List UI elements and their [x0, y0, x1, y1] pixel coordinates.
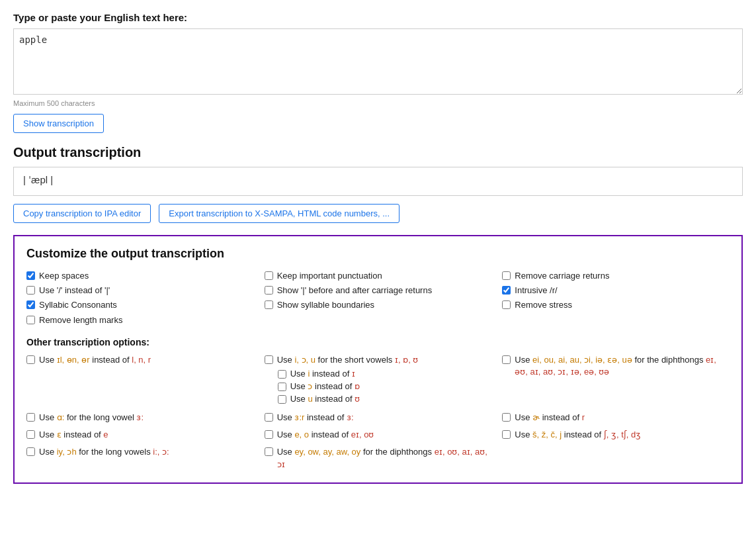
options-col2: Keep important punctuation Show '|' befo…	[265, 269, 492, 328]
main-options-grid: Keep spaces Use '/' instead of '|' Sylla…	[26, 269, 730, 328]
use-e-o-checkbox[interactable]	[265, 430, 273, 439]
input-label: Type or paste your English text here:	[13, 12, 743, 23]
use-schwa-r2-label: Use ɚ instead of r	[515, 412, 585, 424]
option-keep-spaces: Keep spaces	[26, 269, 254, 283]
option-intrusive-r: Intrusive /r/	[502, 283, 730, 298]
option-remove-length: Remove length marks	[26, 313, 254, 328]
options-col3: Remove carriage returns Intrusive /r/ Re…	[502, 269, 730, 328]
use-u-label: Use u instead of ʊ	[290, 394, 360, 404]
output-section: Output transcription | ˈæpl | Copy trans…	[13, 145, 743, 223]
option-use-3r: Use ɜ:r instead of ɜ:	[265, 410, 492, 425]
customize-section: Customize the output transcription Keep …	[13, 235, 743, 484]
option-use-s-z: Use š, ž, č, j instead of ʃ, ʒ, tʃ, dʒ	[502, 428, 730, 442]
customize-title: Customize the output transcription	[26, 247, 730, 261]
show-pipe-label: Show '|' before and after carriage retur…	[277, 285, 433, 297]
keep-punct-checkbox[interactable]	[265, 271, 273, 280]
use-o-label: Use ɔ instead of ɒ	[290, 381, 360, 391]
option-syllabic: Syllabic Consonants	[26, 298, 254, 312]
other-row2-col3: Use ɚ instead of r	[502, 410, 730, 425]
use-3r-label: Use ɜ:r instead of ɜ:	[277, 412, 354, 424]
option-show-pipe: Show '|' before and after carriage retur…	[265, 283, 492, 298]
use-epsilon-checkbox[interactable]	[26, 430, 35, 439]
option-show-syllable: Show syllable boundaries	[265, 298, 492, 312]
use-iy-checkbox[interactable]	[26, 447, 35, 456]
use-o-checkbox[interactable]	[278, 383, 286, 391]
use-ei-ou-label: Use ei, ou, ai, au, ɔi, iə, ɛə, uə for t…	[515, 354, 730, 378]
other-row4-col2: Use ey, ow, ay, aw, oy for the diphthong…	[265, 445, 492, 471]
keep-spaces-checkbox[interactable]	[26, 271, 35, 280]
option-use-slash: Use '/' instead of '|'	[26, 283, 254, 298]
use-s-z-checkbox[interactable]	[502, 430, 511, 439]
use-e-o-label: Use e, o instead of eɪ, oʊ	[277, 429, 374, 441]
sub-option-use-i: Use i instead of ɪ	[278, 367, 492, 380]
use-schwa-l-checkbox[interactable]	[26, 355, 35, 364]
use-u-checkbox[interactable]	[278, 395, 286, 404]
sub-options-iou: Use i instead of ɪ Use ɔ instead of ɒ Us…	[265, 367, 492, 405]
remove-stress-label: Remove stress	[515, 299, 572, 311]
remove-length-checkbox[interactable]	[26, 316, 35, 324]
other-options-title: Other transcription options:	[26, 337, 730, 347]
max-chars-label: Maximum 500 characters	[13, 99, 743, 107]
other-row3-col1: Use ɛ instead of e	[26, 428, 254, 442]
use-ei-ou-checkbox[interactable]	[502, 355, 511, 364]
use-i-checkbox[interactable]	[278, 370, 286, 379]
other-options-row2: Use ɑ: for the long vowel ɜ: Use ɜ:r ins…	[26, 410, 730, 425]
use-epsilon-label: Use ɛ instead of e	[39, 429, 108, 441]
option-use-iy: Use iy, ɔh for the long vowels i:, ɔ:	[26, 445, 254, 459]
transcription-output: | ˈæpl |	[13, 167, 743, 196]
options-col1: Keep spaces Use '/' instead of '|' Sylla…	[26, 269, 254, 328]
show-transcription-button[interactable]: Show transcription	[13, 114, 104, 133]
use-i-o-u-checkbox[interactable]	[265, 355, 273, 364]
remove-carriage-checkbox[interactable]	[502, 271, 511, 280]
keep-punct-label: Keep important punctuation	[277, 270, 382, 282]
intrusive-r-checkbox[interactable]	[502, 286, 511, 295]
other-row2-col1: Use ɑ: for the long vowel ɜ:	[26, 410, 254, 425]
intrusive-r-label: Intrusive /r/	[515, 285, 557, 297]
show-pipe-checkbox[interactable]	[265, 286, 273, 295]
english-text-input[interactable]: apple	[13, 28, 743, 95]
export-transcription-button[interactable]: Export transcription to X-SAMPA, HTML co…	[159, 204, 399, 223]
option-use-e-o: Use e, o instead of eɪ, oʊ	[265, 428, 492, 442]
sub-option-use-u: Use u instead of ʊ	[278, 392, 492, 405]
remove-stress-checkbox[interactable]	[502, 300, 511, 309]
use-a-colon-label: Use ɑ: for the long vowel ɜ:	[39, 412, 144, 424]
other-row3-col3: Use š, ž, č, j instead of ʃ, ʒ, tʃ, dʒ	[502, 428, 730, 442]
other-col3: Use ei, ou, ai, au, ɔi, iə, ɛə, uə for t…	[502, 353, 730, 405]
option-use-ey-ow: Use ey, ow, ay, aw, oy for the diphthong…	[265, 445, 492, 471]
use-schwa-r2-checkbox[interactable]	[502, 413, 511, 422]
option-use-schwa-r2: Use ɚ instead of r	[502, 410, 730, 425]
other-options-row4: Use iy, ɔh for the long vowels i:, ɔ: Us…	[26, 445, 730, 471]
use-ey-ow-checkbox[interactable]	[265, 447, 273, 456]
other-options-row3: Use ɛ instead of e Use e, o instead of e…	[26, 428, 730, 442]
option-keep-punct: Keep important punctuation	[265, 269, 492, 283]
option-use-a-colon: Use ɑ: for the long vowel ɜ:	[26, 410, 254, 425]
use-ey-ow-label: Use ey, ow, ay, aw, oy for the diphthong…	[277, 446, 492, 470]
syllabic-consonants-checkbox[interactable]	[26, 300, 35, 309]
other-col1: Use ɪl, ɵn, ɵr instead of l, n, r	[26, 353, 254, 405]
option-use-ei-ou: Use ei, ou, ai, au, ɔi, iə, ɛə, uə for t…	[502, 353, 730, 379]
copy-transcription-button[interactable]: Copy transcription to IPA editor	[13, 204, 151, 223]
other-row4-col1: Use iy, ɔh for the long vowels i:, ɔ:	[26, 445, 254, 471]
use-a-colon-checkbox[interactable]	[26, 413, 35, 422]
use-i-label: Use i instead of ɪ	[290, 369, 355, 379]
show-syllable-label: Show syllable boundaries	[277, 299, 374, 311]
output-title: Output transcription	[13, 145, 743, 160]
sub-option-use-o: Use ɔ instead of ɒ	[278, 380, 492, 392]
other-row4-col3	[502, 445, 730, 471]
other-col2: Use i, ɔ, u for the short vowels ɪ, ɒ, ʊ…	[265, 353, 492, 405]
use-3r-checkbox[interactable]	[265, 413, 273, 422]
option-remove-stress: Remove stress	[502, 298, 730, 312]
option-use-epsilon: Use ɛ instead of e	[26, 428, 254, 442]
option-use-i-o-u: Use i, ɔ, u for the short vowels ɪ, ɒ, ʊ	[265, 353, 492, 367]
use-i-o-u-label: Use i, ɔ, u for the short vowels ɪ, ɒ, ʊ	[277, 354, 419, 366]
use-slash-checkbox[interactable]	[26, 286, 35, 295]
use-s-z-label: Use š, ž, č, j instead of ʃ, ʒ, tʃ, dʒ	[515, 429, 641, 441]
syllabic-consonants-label: Syllabic Consonants	[39, 299, 117, 311]
keep-spaces-label: Keep spaces	[39, 270, 89, 282]
other-row3-col2: Use e, o instead of eɪ, oʊ	[265, 428, 492, 442]
use-schwa-l-label: Use ɪl, ɵn, ɵr instead of l, n, r	[39, 354, 151, 366]
option-use-schwa-l: Use ɪl, ɵn, ɵr instead of l, n, r	[26, 353, 254, 367]
show-syllable-checkbox[interactable]	[265, 300, 273, 309]
use-iy-label: Use iy, ɔh for the long vowels i:, ɔ:	[39, 446, 169, 458]
option-remove-carriage: Remove carriage returns	[502, 269, 730, 283]
